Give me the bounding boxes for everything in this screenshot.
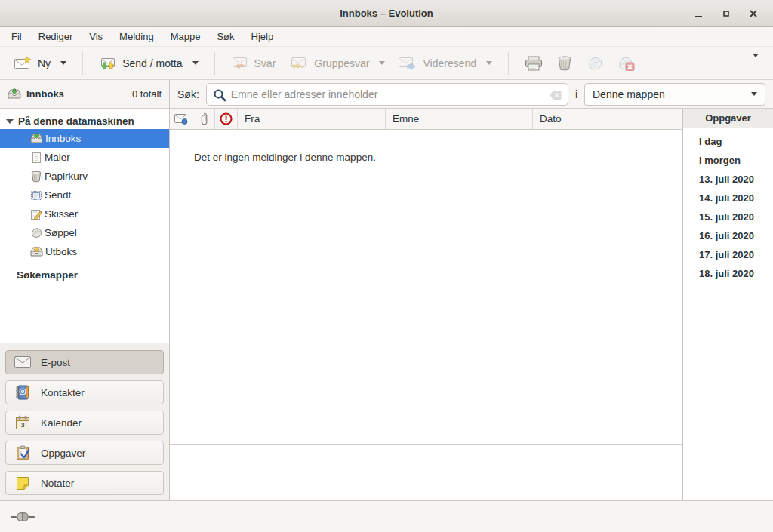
folder-label: Sendt — [45, 189, 71, 201]
minimize-button[interactable] — [691, 6, 707, 21]
task-date-group: 13. juli 2020 — [683, 170, 773, 189]
outbox-icon — [30, 246, 43, 257]
column-attachment[interactable] — [192, 109, 215, 129]
print-button[interactable] — [518, 51, 550, 76]
reply-button: Svar — [224, 51, 283, 75]
menu-edit[interactable]: Rediger — [30, 28, 82, 45]
reply-icon — [231, 57, 248, 70]
group-reply-button: Gruppesvar — [282, 51, 392, 75]
toolbar-separator — [214, 52, 215, 75]
calendar-icon: 3 — [14, 415, 31, 430]
folder-row-outbox[interactable]: Utboks — [0, 242, 169, 261]
folder-label: Papirkurv — [45, 171, 88, 182]
trash-icon — [30, 171, 42, 183]
folder-sidebar: På denne datamaskinen Innboks — [0, 109, 170, 500]
folder-row-drafts[interactable]: Skisser — [0, 204, 169, 223]
tree-root-search-folders[interactable]: Søkemapper — [0, 266, 169, 284]
new-dropdown-arrow[interactable] — [60, 61, 66, 65]
not-junk-button — [610, 51, 642, 76]
window-controls — [691, 6, 773, 21]
new-mail-icon — [14, 57, 31, 69]
switcher-calendar-button[interactable]: 3 Kalender — [5, 411, 164, 435]
forward-button: Videresend — [392, 51, 499, 75]
delete-button[interactable] — [550, 51, 580, 76]
folder-label: Utboks — [45, 246, 77, 257]
menu-help[interactable]: Hjelp — [243, 28, 282, 45]
toolbar: Ny Send / motta Svar — [0, 47, 773, 80]
chevron-down-icon — [753, 54, 759, 69]
switcher-tasks-button[interactable]: Oppgaver — [5, 441, 164, 465]
column-subject[interactable]: Emne — [386, 109, 533, 129]
chevron-down-icon — [751, 92, 757, 96]
folder-row-templates[interactable]: Maler — [0, 148, 169, 167]
send-receive-button[interactable]: Send / motta — [92, 51, 205, 75]
task-pane: Oppgaver I dag I morgen 13. juli 2020 14… — [683, 109, 773, 500]
menu-file[interactable]: Fil — [3, 28, 30, 45]
folder-row-inbox[interactable]: Innboks — [0, 129, 169, 148]
expander-icon[interactable] — [6, 118, 14, 125]
trash-icon — [556, 56, 573, 71]
message-list-header: Fra Emne Dato — [170, 109, 682, 130]
menu-message[interactable]: Melding — [111, 28, 162, 45]
task-date-group: I morgen — [683, 151, 773, 170]
search-input[interactable] — [207, 88, 568, 100]
toolbar-separator — [82, 52, 83, 75]
column-read-status[interactable] — [170, 109, 192, 129]
window-title: Innboks – Evolution — [0, 8, 773, 19]
clear-search-icon[interactable] — [550, 89, 562, 101]
folder-row-trash[interactable]: Papirkurv — [0, 167, 169, 186]
content-area: På denne datamaskinen Innboks — [0, 109, 773, 500]
group-reply-dropdown-arrow — [379, 61, 385, 65]
not-junk-icon — [617, 56, 635, 71]
folder-total-count: 0 totalt — [132, 88, 162, 100]
junk-icon — [30, 227, 42, 238]
contacts-icon — [14, 385, 31, 400]
column-date[interactable]: Dato — [533, 109, 682, 129]
switcher-memos-button[interactable]: Notater — [5, 471, 164, 495]
folder-row-sent[interactable]: Sendt — [0, 186, 169, 204]
menu-view[interactable]: Vis — [81, 28, 111, 45]
junk-icon — [587, 56, 603, 71]
junk-button — [580, 51, 610, 76]
switcher-contacts-button[interactable]: Kontakter — [5, 380, 164, 404]
templates-icon — [30, 152, 42, 164]
message-list-body[interactable]: Det er ingen meldinger i denne mappen. — [170, 130, 682, 445]
task-date-group: I dag — [683, 132, 773, 151]
tree-root-on-this-computer[interactable]: På denne datamaskinen — [0, 112, 169, 129]
inbox-icon — [8, 88, 21, 100]
send-receive-dropdown-arrow[interactable] — [192, 61, 199, 65]
switcher-mail-button[interactable]: E-post — [5, 350, 164, 374]
menu-folder[interactable]: Mappe — [162, 28, 209, 45]
online-status-icon[interactable] — [11, 511, 35, 523]
new-button[interactable]: Ny — [8, 51, 73, 75]
column-priority[interactable] — [215, 109, 238, 129]
task-date-group: 17. juli 2020 — [683, 245, 773, 264]
current-folder-name: Innboks — [26, 88, 64, 100]
task-date-group: 16. juli 2020 — [683, 226, 773, 245]
maximize-button[interactable] — [719, 6, 734, 21]
toolbar-overflow-button[interactable] — [743, 52, 765, 74]
search-scope-dropdown[interactable]: Denne mappen — [584, 83, 765, 106]
search-field[interactable] — [206, 83, 568, 106]
print-icon — [525, 56, 543, 71]
empty-folder-message: Det er ingen meldinger i denne mappen. — [194, 152, 682, 163]
folder-row-junk[interactable]: Søppel — [0, 223, 169, 242]
close-button[interactable] — [746, 6, 761, 21]
column-from[interactable]: Fra — [238, 109, 386, 129]
titlebar[interactable]: Innboks – Evolution — [0, 0, 773, 27]
search-scope-value: Denne mappen — [593, 88, 748, 100]
menu-search[interactable]: Søk — [208, 28, 242, 45]
forward-icon — [399, 57, 416, 70]
message-list: Fra Emne Dato Det er ingen meldinger i d… — [170, 109, 683, 500]
search-label: Søk: — [177, 88, 199, 100]
scope-label: i — [575, 88, 577, 100]
read-status-icon — [174, 113, 188, 125]
folder-label: Søppel — [45, 227, 77, 238]
group-reply-icon — [289, 57, 307, 70]
task-date-group: 15. juli 2020 — [683, 208, 773, 226]
component-switcher: E-post Kontakter — [0, 343, 169, 500]
mail-icon — [14, 356, 31, 368]
preview-pane — [170, 445, 682, 500]
tasks-icon — [14, 445, 31, 460]
memos-icon — [14, 475, 31, 490]
